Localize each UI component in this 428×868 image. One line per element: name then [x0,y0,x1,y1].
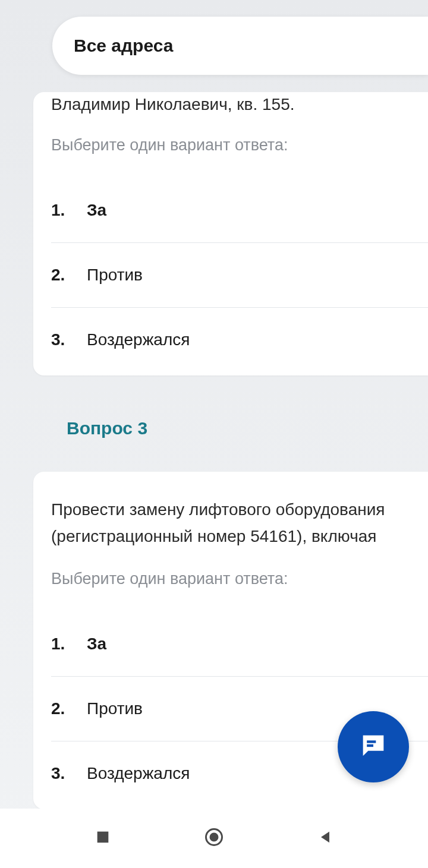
address-dropdown[interactable]: Все адреса [52,17,428,75]
instruction-text: Выберите один вариант ответа: [51,136,428,154]
option-vozderzhalsa[interactable]: 3. Воздержался [51,308,428,349]
question-card-2: Владимир Николаевич, кв. 155. Выберите о… [33,92,428,375]
option-number: 2. [51,699,87,718]
chat-icon [358,730,389,763]
system-nav-bar [0,809,428,868]
svg-rect-2 [97,832,109,843]
option-number: 1. [51,201,87,220]
nav-recent-button[interactable] [85,820,121,856]
option-number: 2. [51,266,87,285]
option-number: 1. [51,635,87,654]
square-icon [95,829,111,848]
question-heading: Вопрос 3 [67,418,428,438]
circle-icon [203,826,225,850]
chat-fab-button[interactable] [338,711,409,782]
nav-back-button[interactable] [307,820,343,856]
option-label: За [87,201,106,220]
nav-home-button[interactable] [196,820,232,856]
option-label: Воздержался [87,330,190,349]
option-protiv[interactable]: 2. Против [51,243,428,308]
triangle-back-icon [317,829,333,848]
svg-rect-1 [367,744,373,747]
option-number: 3. [51,764,87,783]
svg-rect-0 [367,740,376,743]
option-label: Против [87,699,143,718]
instruction-text: Выберите один вариант ответа: [51,570,428,588]
option-za[interactable]: 1. За [51,178,428,243]
svg-point-4 [209,833,218,842]
option-number: 3. [51,330,87,349]
question-text: Владимир Николаевич, кв. 155. [51,92,428,116]
address-label: Все адреса [74,36,173,56]
option-label: Воздержался [87,764,190,783]
question-text: Провести замену лифтового оборудования (… [51,495,428,550]
option-za[interactable]: 1. За [51,612,428,677]
option-label: За [87,635,106,654]
option-label: Против [87,266,143,285]
